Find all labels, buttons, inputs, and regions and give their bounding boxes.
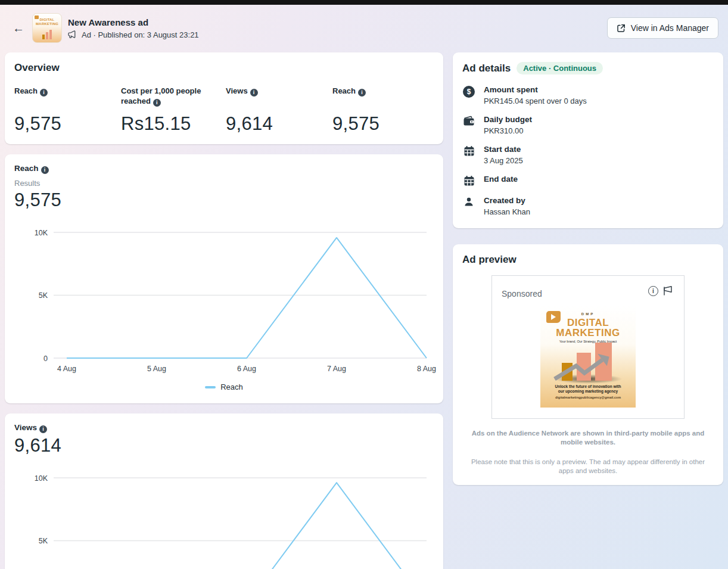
detail-created-by: Created by Hassan Khan xyxy=(462,196,714,216)
ad-info-icon[interactable]: i xyxy=(648,286,658,296)
reach-card-title: Reachi xyxy=(14,164,434,174)
views-value: 9,614 xyxy=(14,435,434,456)
preview-disclaimer-caption: Please note that this is only a preview.… xyxy=(471,458,705,475)
report-ad-flag-icon[interactable] xyxy=(662,285,674,296)
svg-text:7 Aug: 7 Aug xyxy=(327,365,346,373)
thumbnail-text: DIGITAL xyxy=(40,18,55,21)
external-link-icon xyxy=(617,24,626,33)
detail-end-date: End date xyxy=(462,175,714,186)
view-in-ads-manager-button[interactable]: View in Ads Manager xyxy=(607,17,718,39)
creative-bar-graphic xyxy=(540,346,636,384)
metric-reach-value: 9,575 xyxy=(14,113,121,135)
thumbnail-bars xyxy=(33,29,61,39)
info-icon[interactable]: i xyxy=(358,89,366,97)
info-icon[interactable]: i xyxy=(41,166,49,174)
calendar-icon xyxy=(463,145,475,157)
views-card-title: Viewsi xyxy=(14,423,434,433)
ad-preview-card: Ad preview Sponsored i DMP DIGITAL MARKE… xyxy=(453,244,723,485)
svg-text:5 Aug: 5 Aug xyxy=(147,365,166,373)
overview-card: Overview Reachi 9,575 Cost per 1,000 peo… xyxy=(5,52,443,144)
creative-email: digitalmarketingpublicagency@gmail.com xyxy=(540,396,636,399)
metric-views-value: 9,614 xyxy=(226,113,332,135)
overview-title: Overview xyxy=(14,62,434,74)
ad-details-card: Ad details Active · Continuous $ Amount … xyxy=(453,52,723,228)
ad-preview-frame: Sponsored i DMP DIGITAL MARKETING Your b… xyxy=(491,275,685,419)
published-info: Ad · Published on: 3 August 23:21 xyxy=(82,30,199,39)
views-chart-card: Viewsi 9,614 05K10K4 Aug5 Aug6 Aug7 Aug8… xyxy=(5,413,443,569)
wallet-icon xyxy=(463,116,475,126)
svg-text:8 Aug: 8 Aug xyxy=(417,365,436,373)
reach-chart-card: Reachi Results 9,575 05K10K4 Aug5 Aug6 A… xyxy=(5,154,443,403)
creative-headline-2: MARKETING xyxy=(540,328,636,338)
reach-value: 9,575 xyxy=(14,189,434,211)
metric-views: Viewsi 9,614 xyxy=(226,86,332,135)
ad-details-title: Ad details xyxy=(462,63,511,74)
audience-network-caption: Ads on the Audience Network are shown in… xyxy=(471,429,705,447)
chart-legend: Reach xyxy=(14,383,434,394)
back-button[interactable]: ← xyxy=(10,19,27,37)
metric-reach-2-value: 9,575 xyxy=(332,113,434,135)
creative-body-text: Unlock the future of innovation with our… xyxy=(552,384,624,394)
ad-preview-title: Ad preview xyxy=(462,254,714,266)
thumbnail-play-icon xyxy=(35,15,39,19)
ad-creative-image: DMP DIGITAL MARKETING Your brand, Our St… xyxy=(540,306,636,408)
svg-text:10K: 10K xyxy=(35,229,48,237)
ad-thumbnail: DIGITALMARKETING xyxy=(32,13,62,43)
metric-cost-value: Rs15.15 xyxy=(121,113,226,135)
calendar-icon xyxy=(463,175,475,186)
growth-arrow-icon xyxy=(552,348,625,383)
page-header: ← DIGITALMARKETING New Awareness ad Ad ·… xyxy=(0,5,728,51)
legend-swatch xyxy=(205,386,216,388)
svg-text:10K: 10K xyxy=(35,474,48,483)
creative-tagline: Your brand, Our Strategy, Public Impact xyxy=(540,340,636,343)
svg-text:6 Aug: 6 Aug xyxy=(237,365,256,373)
svg-text:5K: 5K xyxy=(39,291,48,300)
info-icon[interactable]: i xyxy=(153,99,161,107)
top-black-bar xyxy=(0,0,728,5)
page-title: New Awareness ad xyxy=(68,17,199,27)
sponsored-label: Sponsored xyxy=(502,289,542,299)
svg-text:0: 0 xyxy=(43,355,48,363)
megaphone-icon xyxy=(68,30,77,39)
metric-reach-2: Reachi 9,575 xyxy=(332,86,434,135)
info-icon[interactable]: i xyxy=(40,89,48,97)
overview-metrics: Reachi 9,575 Cost per 1,000 people reach… xyxy=(14,86,434,135)
detail-amount-spent: $ Amount spent PKR145.04 spent over 0 da… xyxy=(462,85,714,105)
results-label: Results xyxy=(14,179,434,188)
detail-start-date: Start date 3 Aug 2025 xyxy=(462,145,714,165)
detail-daily-budget: Daily budget PKR310.00 xyxy=(462,115,714,135)
info-icon[interactable]: i xyxy=(39,425,47,433)
reach-line-chart[interactable]: 05K10K4 Aug5 Aug6 Aug7 Aug8 Aug xyxy=(14,224,434,374)
metric-reach: Reachi 9,575 xyxy=(14,86,121,135)
brand-play-logo-icon xyxy=(546,311,561,323)
dollar-icon: $ xyxy=(463,86,475,98)
metric-cost-per-1000: Cost per 1,000 people reachedi Rs15.15 xyxy=(121,86,226,135)
svg-text:5K: 5K xyxy=(39,537,48,545)
svg-text:4 Aug: 4 Aug xyxy=(57,365,76,373)
info-icon[interactable]: i xyxy=(250,89,258,97)
person-icon xyxy=(463,197,474,207)
views-line-chart[interactable]: 05K10K4 Aug5 Aug6 Aug7 Aug8 Aug xyxy=(14,469,434,569)
status-badge: Active · Continuous xyxy=(517,62,603,74)
